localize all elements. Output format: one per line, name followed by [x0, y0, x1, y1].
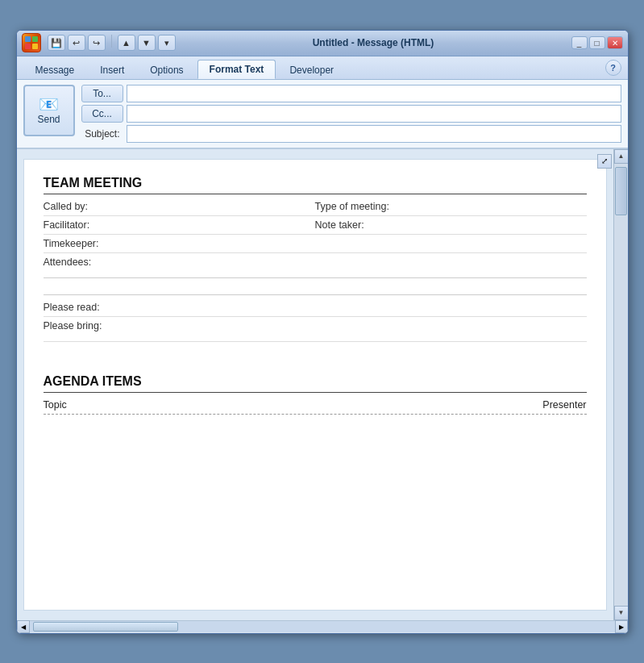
type-of-meeting-label: Type of meeting:: [315, 201, 587, 212]
restore-button[interactable]: □: [589, 36, 605, 49]
scroll-track[interactable]: [614, 164, 628, 606]
please-read-row: Please read:: [44, 298, 587, 317]
email-body-wrapper[interactable]: ⤢ TEAM MEETING Called by: Type of meetin…: [17, 149, 613, 620]
scroll-left-arrow[interactable]: ◀: [17, 620, 30, 633]
attendees-label: Attendees:: [44, 256, 587, 268]
toolbar-separator: [111, 35, 112, 48]
quick-access-toolbar: 💾 ↩ ↪ ▲ ▼ ▾: [48, 35, 176, 51]
vertical-scrollbar[interactable]: ▲ ▼: [613, 149, 628, 620]
agenda-topic-header: Topic: [44, 399, 67, 411]
email-body-container: ⤢ TEAM MEETING Called by: Type of meetin…: [17, 148, 628, 620]
please-read-label: Please read:: [44, 302, 587, 313]
expand-button[interactable]: ⤢: [597, 154, 612, 169]
tab-options[interactable]: Options: [138, 60, 195, 79]
please-bring-row: Please bring:: [44, 317, 587, 342]
window-title: Untitled - Message (HTML): [179, 37, 568, 48]
called-by-row: Called by: Type of meeting:: [44, 198, 587, 216]
close-button[interactable]: ✕: [607, 36, 623, 49]
email-fields: To... Cc... Subject:: [81, 85, 621, 143]
agenda-content-area: [44, 415, 587, 479]
facilitator-label: Facilitator:: [44, 219, 315, 231]
to-input[interactable]: [127, 85, 621, 102]
ribbon: Message Insert Options Format Text Devel…: [17, 56, 628, 80]
agenda-title: AGENDA ITEMS: [44, 374, 587, 389]
cc-button[interactable]: Cc...: [81, 105, 123, 123]
called-by-label: Called by:: [44, 201, 315, 212]
email-header: 📧 Send To... Cc... Subject:: [17, 80, 628, 148]
up-button[interactable]: ▲: [118, 35, 135, 51]
ribbon-tabs: Message Insert Options Format Text Devel…: [17, 56, 628, 79]
timekeeper-label: Timekeeper:: [44, 238, 587, 249]
section-divider: [44, 294, 587, 295]
h-scroll-track[interactable]: [30, 621, 615, 632]
send-label: Send: [37, 114, 60, 125]
down-button[interactable]: ▼: [138, 35, 156, 51]
minimize-button[interactable]: _: [571, 36, 588, 49]
email-body[interactable]: TEAM MEETING Called by: Type of meeting:…: [23, 159, 607, 611]
tab-insert[interactable]: Insert: [88, 60, 136, 79]
office-logo: [22, 33, 41, 52]
outlook-window: 💾 ↩ ↪ ▲ ▼ ▾ Untitled - Message (HTML) _ …: [16, 30, 629, 634]
help-button[interactable]: ?: [605, 60, 621, 76]
subject-input[interactable]: [127, 125, 621, 143]
title-bar: 💾 ↩ ↪ ▲ ▼ ▾ Untitled - Message (HTML) _ …: [17, 31, 628, 56]
undo-button[interactable]: ↩: [68, 35, 85, 51]
section-gap-3: [44, 355, 587, 368]
redo-button[interactable]: ↪: [88, 35, 106, 51]
dropdown-button[interactable]: ▾: [158, 35, 176, 51]
tab-format-text[interactable]: Format Text: [197, 60, 276, 79]
h-scroll-thumb[interactable]: [33, 622, 178, 632]
note-taker-label: Note taker:: [315, 219, 587, 231]
to-button[interactable]: To...: [81, 85, 123, 102]
agenda-presenter-header: Presenter: [542, 399, 586, 411]
tab-developer[interactable]: Developer: [277, 60, 346, 79]
scroll-right-arrow[interactable]: ▶: [615, 620, 628, 633]
scroll-down-arrow[interactable]: ▼: [614, 606, 629, 620]
to-row: To...: [81, 85, 621, 102]
subject-row: Subject:: [81, 125, 621, 143]
agenda-header-row: Topic Presenter: [44, 396, 587, 415]
save-button[interactable]: 💾: [48, 35, 65, 51]
section-gap-2: [44, 342, 587, 355]
section-gap-1: [44, 278, 587, 291]
horizontal-scrollbar[interactable]: ◀ ▶: [17, 620, 628, 633]
meeting-title: TEAM MEETING: [44, 176, 587, 190]
please-bring-label: Please bring:: [44, 320, 587, 332]
title-divider: [44, 194, 587, 194]
subject-label: Subject:: [81, 128, 123, 140]
send-icon: 📧: [39, 96, 59, 112]
tab-message[interactable]: Message: [23, 60, 87, 79]
scroll-thumb[interactable]: [615, 167, 627, 215]
attendees-row: Attendees:: [44, 253, 587, 278]
scroll-up-arrow[interactable]: ▲: [614, 149, 629, 164]
window-controls: _ □ ✕: [571, 36, 623, 49]
facilitator-row: Facilitator: Note taker:: [44, 216, 587, 235]
cc-input[interactable]: [127, 105, 621, 123]
timekeeper-row: Timekeeper:: [44, 235, 587, 253]
cc-row: Cc...: [81, 105, 621, 123]
agenda-divider: [44, 392, 587, 393]
send-button[interactable]: 📧 Send: [23, 85, 75, 136]
